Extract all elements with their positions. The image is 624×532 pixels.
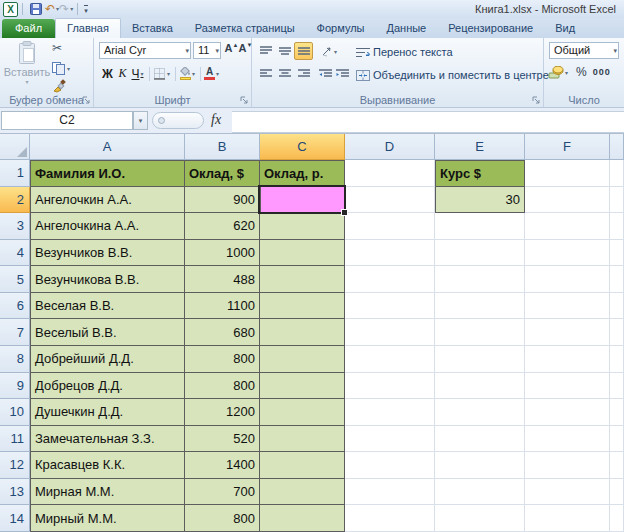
cell-E13[interactable] <box>435 479 525 506</box>
tab-insert[interactable]: Вставка <box>121 19 184 38</box>
wrap-text-button[interactable]: Перенос текста <box>356 46 453 58</box>
font-color-button[interactable]: А ▾ <box>204 65 219 82</box>
percent-style-button[interactable]: % <box>576 65 587 79</box>
cell-D2[interactable] <box>345 187 435 214</box>
cell-C6[interactable] <box>260 293 345 320</box>
cell-A14[interactable]: Мирный М.М. <box>30 505 185 532</box>
cell-B8[interactable]: 800 <box>185 346 260 373</box>
cell-C12[interactable] <box>260 452 345 479</box>
qat-customize-button[interactable]: ▾ <box>84 5 88 14</box>
row-header-11[interactable]: 11 <box>0 426 30 453</box>
row-header-14[interactable]: 14 <box>0 505 30 532</box>
cell-E8[interactable] <box>435 346 525 373</box>
cell-D10[interactable] <box>345 399 435 426</box>
cell-D5[interactable] <box>345 266 435 293</box>
cell-B4[interactable]: 1000 <box>185 240 260 267</box>
row-header-8[interactable]: 8 <box>0 346 30 373</box>
cell-D4[interactable] <box>345 240 435 267</box>
cell-B2[interactable]: 900 <box>185 187 260 214</box>
number-format-combo[interactable]: Общий▾ <box>549 42 619 59</box>
cell-C5[interactable] <box>260 266 345 293</box>
tab-file[interactable]: Файл <box>2 19 55 38</box>
tab-home[interactable]: Главная <box>55 18 121 38</box>
align-center-button[interactable] <box>275 65 294 83</box>
cell-A2[interactable]: Ангелочкин А.А. <box>30 187 185 214</box>
clipboard-dialog-launcher[interactable] <box>82 96 90 104</box>
cell-E2[interactable]: 30 <box>435 187 525 214</box>
col-header-A[interactable]: A <box>30 134 185 160</box>
cell-C1[interactable]: Оклад, р. <box>260 160 345 187</box>
font-name-combo[interactable]: Arial Cyr▾ <box>99 42 191 59</box>
align-middle-button[interactable] <box>275 42 294 60</box>
formula-input[interactable] <box>232 111 624 133</box>
cell-D7[interactable] <box>345 319 435 346</box>
font-size-combo[interactable]: 11▾ <box>193 42 221 59</box>
align-right-button[interactable] <box>294 65 313 83</box>
row-header-12[interactable]: 12 <box>0 452 30 479</box>
cell-B3[interactable]: 620 <box>185 213 260 240</box>
redo-button[interactable]: ↷▾ <box>59 2 73 16</box>
row-header-4[interactable]: 4 <box>0 240 30 267</box>
cell-B1[interactable]: Оклад, $ <box>185 160 260 187</box>
borders-button[interactable]: ▾ <box>153 65 170 82</box>
tab-review[interactable]: Рецензирование <box>437 19 544 38</box>
cell-F14[interactable] <box>525 505 610 532</box>
active-cell-selection[interactable] <box>258 185 346 214</box>
cell-C9[interactable] <box>260 373 345 400</box>
undo-button[interactable]: ↶▾ <box>45 2 59 16</box>
cell-D3[interactable] <box>345 213 435 240</box>
grow-font-button[interactable]: А▲ <box>224 42 239 59</box>
cell-C10[interactable] <box>260 399 345 426</box>
name-box[interactable]: C2 <box>1 111 133 130</box>
cell-A7[interactable]: Веселый В.В. <box>30 319 185 346</box>
paste-button[interactable]: Вставить ▾ <box>5 41 49 93</box>
cell-F1[interactable] <box>525 160 610 187</box>
cell-A13[interactable]: Мирная М.М. <box>30 479 185 506</box>
cell-F11[interactable] <box>525 426 610 453</box>
cell-F2[interactable] <box>525 187 610 214</box>
col-header-B[interactable]: B <box>185 134 260 160</box>
copy-button[interactable]: ▾ <box>52 59 90 77</box>
increase-indent-button[interactable] <box>333 65 352 83</box>
cell-C4[interactable] <box>260 240 345 267</box>
cell-D8[interactable] <box>345 346 435 373</box>
cell-B11[interactable]: 520 <box>185 426 260 453</box>
comma-style-button[interactable]: 000 <box>593 67 611 77</box>
col-header-D[interactable]: D <box>345 134 435 160</box>
cell-A9[interactable]: Добрецов Д.Д. <box>30 373 185 400</box>
row-header-13[interactable]: 13 <box>0 479 30 506</box>
cell-A11[interactable]: Замечательная З.З. <box>30 426 185 453</box>
accounting-format-button[interactable]: ▾ <box>548 66 570 79</box>
italic-button[interactable]: К <box>116 65 129 82</box>
cell-E6[interactable] <box>435 293 525 320</box>
col-header-E[interactable]: E <box>435 134 525 160</box>
row-header-3[interactable]: 3 <box>0 213 30 240</box>
cell-E4[interactable] <box>435 240 525 267</box>
tab-page-layout[interactable]: Разметка страницы <box>184 19 306 38</box>
row-header-1[interactable]: 1 <box>0 160 30 187</box>
cell-A4[interactable]: Везунчиков В.В. <box>30 240 185 267</box>
cell-E5[interactable] <box>435 266 525 293</box>
cell-C3[interactable] <box>260 213 345 240</box>
orientation-button[interactable]: ▾ <box>316 42 342 60</box>
cell-E11[interactable] <box>435 426 525 453</box>
cell-C8[interactable] <box>260 346 345 373</box>
cell-E12[interactable] <box>435 452 525 479</box>
cell-D1[interactable] <box>345 160 435 187</box>
cell-F12[interactable] <box>525 452 610 479</box>
shrink-font-button[interactable]: А▼ <box>238 42 253 59</box>
col-header-C[interactable]: C <box>260 134 345 160</box>
cell-D9[interactable] <box>345 373 435 400</box>
cell-F8[interactable] <box>525 346 610 373</box>
cell-A10[interactable]: Душечкин Д.Д. <box>30 399 185 426</box>
alignment-dialog-launcher[interactable] <box>532 96 540 104</box>
cell-E1[interactable]: Курс $ <box>435 160 525 187</box>
cell-D14[interactable] <box>345 505 435 532</box>
save-icon[interactable] <box>30 3 42 15</box>
cell-C14[interactable] <box>260 505 345 532</box>
cell-B12[interactable]: 1400 <box>185 452 260 479</box>
cell-D12[interactable] <box>345 452 435 479</box>
cell-E3[interactable] <box>435 213 525 240</box>
row-header-10[interactable]: 10 <box>0 399 30 426</box>
cell-E14[interactable] <box>435 505 525 532</box>
